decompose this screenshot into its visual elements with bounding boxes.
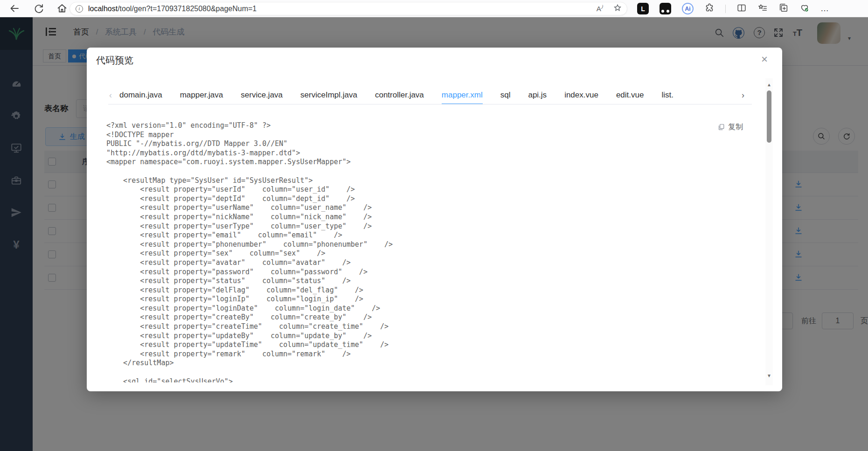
scrollbar-thumb[interactable] [767,90,771,143]
tabs-scroll-prev-icon[interactable]: ‹ [109,90,112,100]
site-info-icon[interactable]: i [76,5,83,13]
file-tabs: domain.java mapper.java service.java ser… [108,87,752,104]
url-text: localhost/tool/gen?t=1709371825080&pageN… [88,5,257,13]
split-screen-icon[interactable] [736,3,747,15]
browser-back-icon[interactable] [8,3,21,15]
dialog-close-icon[interactable]: × [757,52,771,66]
extension-l-icon[interactable]: L [637,3,649,14]
code-block[interactable]: <?xml version="1.0" encoding="UTF-8" ?> … [106,121,741,382]
tab-service-java[interactable]: service.java [241,87,283,104]
scrollbar-down-icon[interactable]: ▼ [765,372,773,380]
browser-essentials-icon[interactable] [799,3,810,15]
address-bar[interactable]: i localhost/tool/gen?t=1709371825080&pag… [69,2,627,15]
tab-mapper-xml[interactable]: mapper.xml [442,87,483,104]
dialog-title: 代码预览 [96,54,133,67]
tab-sql[interactable]: sql [500,87,511,104]
tab-api-js[interactable]: api.js [528,87,547,104]
favorites-bar-icon[interactable] [757,3,768,15]
read-aloud-icon[interactable]: A) [597,5,603,13]
extension-ai-icon[interactable]: Ai [682,3,694,14]
favorite-star-icon[interactable] [613,3,622,14]
extension-domino-icon[interactable] [660,3,671,14]
extensions-puzzle-icon[interactable] [704,3,715,15]
tab-controller-java[interactable]: controller.java [375,87,424,104]
browser-refresh-icon[interactable] [33,3,45,15]
tab-mapper-java[interactable]: mapper.java [180,87,223,104]
tab-edit-vue[interactable]: edit.vue [616,87,644,104]
tab-domain-java[interactable]: domain.java [119,87,162,104]
browser-home-icon[interactable] [56,3,68,15]
tab-index-vue[interactable]: index.vue [564,87,598,104]
browser-settings-menu-icon[interactable]: … [820,4,829,14]
screen: i localhost/tool/gen?t=1709371825080&pag… [0,0,868,451]
browser-toolbar: i localhost/tool/gen?t=1709371825080&pag… [0,0,868,17]
browser-extensions-area: L Ai … [637,2,829,15]
toolbar-divider [725,5,726,13]
tab-list-vue[interactable]: list. [661,87,674,104]
tab-serviceimpl-java[interactable]: serviceImpl.java [300,87,357,104]
tabs-scroll-next-icon[interactable]: › [742,90,744,100]
collections-icon[interactable] [778,3,789,15]
code-preview-dialog: 代码预览 × ‹ › domain.java mapper.java servi… [87,48,782,391]
scrollbar-up-icon[interactable]: ▲ [765,81,773,89]
